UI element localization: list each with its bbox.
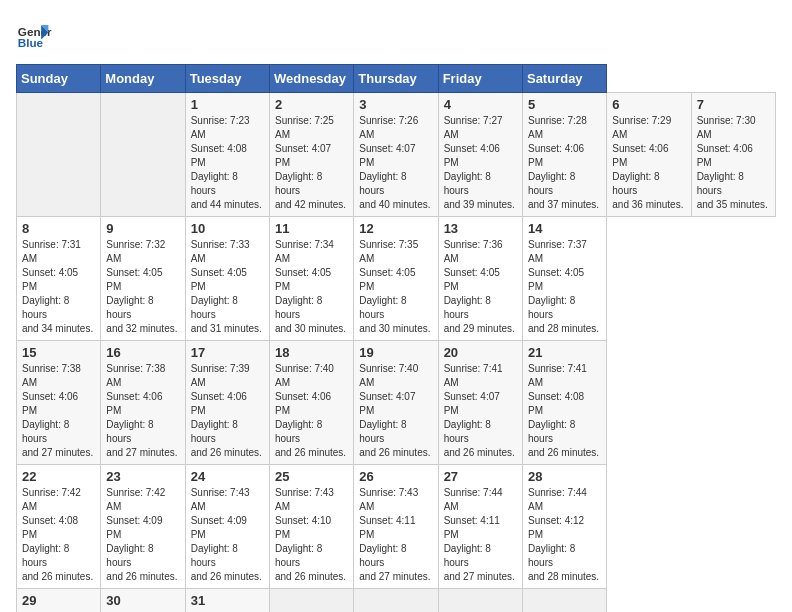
day-number: 5 bbox=[528, 97, 601, 112]
cell-info: Sunrise: 7:32 AMSunset: 4:05 PMDaylight:… bbox=[106, 238, 179, 336]
day-header-sunday: Sunday bbox=[17, 65, 101, 93]
day-number: 2 bbox=[275, 97, 348, 112]
page-header: General Blue bbox=[16, 16, 776, 52]
day-header-thursday: Thursday bbox=[354, 65, 438, 93]
day-number: 14 bbox=[528, 221, 601, 236]
calendar-cell bbox=[17, 93, 101, 217]
calendar-cell bbox=[522, 589, 606, 613]
calendar-week-3: 15Sunrise: 7:38 AMSunset: 4:06 PMDayligh… bbox=[17, 341, 776, 465]
calendar-cell: 5Sunrise: 7:28 AMSunset: 4:06 PMDaylight… bbox=[522, 93, 606, 217]
cell-info: Sunrise: 7:28 AMSunset: 4:06 PMDaylight:… bbox=[528, 114, 601, 212]
calendar-cell: 12Sunrise: 7:35 AMSunset: 4:05 PMDayligh… bbox=[354, 217, 438, 341]
day-number: 16 bbox=[106, 345, 179, 360]
cell-info: Sunrise: 7:36 AMSunset: 4:05 PMDaylight:… bbox=[444, 238, 517, 336]
svg-text:Blue: Blue bbox=[18, 36, 44, 49]
calendar-cell: 30Sunrise: 7:44 AMSunset: 4:14 PMDayligh… bbox=[101, 589, 185, 613]
calendar-cell: 25Sunrise: 7:43 AMSunset: 4:10 PMDayligh… bbox=[269, 465, 353, 589]
day-number: 11 bbox=[275, 221, 348, 236]
calendar-table: SundayMondayTuesdayWednesdayThursdayFrid… bbox=[16, 64, 776, 612]
calendar-week-2: 8Sunrise: 7:31 AMSunset: 4:05 PMDaylight… bbox=[17, 217, 776, 341]
cell-info: Sunrise: 7:44 AMSunset: 4:11 PMDaylight:… bbox=[444, 486, 517, 584]
cell-info: Sunrise: 7:40 AMSunset: 4:07 PMDaylight:… bbox=[359, 362, 432, 460]
calendar-cell: 9Sunrise: 7:32 AMSunset: 4:05 PMDaylight… bbox=[101, 217, 185, 341]
cell-info: Sunrise: 7:41 AMSunset: 4:08 PMDaylight:… bbox=[528, 362, 601, 460]
day-number: 18 bbox=[275, 345, 348, 360]
day-number: 12 bbox=[359, 221, 432, 236]
day-number: 15 bbox=[22, 345, 95, 360]
day-number: 7 bbox=[697, 97, 770, 112]
cell-info: Sunrise: 7:41 AMSunset: 4:07 PMDaylight:… bbox=[444, 362, 517, 460]
day-header-monday: Monday bbox=[101, 65, 185, 93]
calendar-cell: 10Sunrise: 7:33 AMSunset: 4:05 PMDayligh… bbox=[185, 217, 269, 341]
day-number: 24 bbox=[191, 469, 264, 484]
calendar-week-4: 22Sunrise: 7:42 AMSunset: 4:08 PMDayligh… bbox=[17, 465, 776, 589]
day-number: 25 bbox=[275, 469, 348, 484]
day-header-friday: Friday bbox=[438, 65, 522, 93]
calendar-cell: 22Sunrise: 7:42 AMSunset: 4:08 PMDayligh… bbox=[17, 465, 101, 589]
cell-info: Sunrise: 7:33 AMSunset: 4:05 PMDaylight:… bbox=[191, 238, 264, 336]
day-number: 27 bbox=[444, 469, 517, 484]
logo: General Blue bbox=[16, 16, 52, 52]
day-number: 1 bbox=[191, 97, 264, 112]
cell-info: Sunrise: 7:23 AMSunset: 4:08 PMDaylight:… bbox=[191, 114, 264, 212]
calendar-cell: 18Sunrise: 7:40 AMSunset: 4:06 PMDayligh… bbox=[269, 341, 353, 465]
cell-info: Sunrise: 7:43 AMSunset: 4:09 PMDaylight:… bbox=[191, 486, 264, 584]
day-number: 13 bbox=[444, 221, 517, 236]
cell-info: Sunrise: 7:44 AMSunset: 4:12 PMDaylight:… bbox=[528, 486, 601, 584]
calendar-cell: 21Sunrise: 7:41 AMSunset: 4:08 PMDayligh… bbox=[522, 341, 606, 465]
calendar-cell: 8Sunrise: 7:31 AMSunset: 4:05 PMDaylight… bbox=[17, 217, 101, 341]
calendar-cell: 13Sunrise: 7:36 AMSunset: 4:05 PMDayligh… bbox=[438, 217, 522, 341]
cell-info: Sunrise: 7:25 AMSunset: 4:07 PMDaylight:… bbox=[275, 114, 348, 212]
cell-info: Sunrise: 7:42 AMSunset: 4:09 PMDaylight:… bbox=[106, 486, 179, 584]
day-header-saturday: Saturday bbox=[522, 65, 606, 93]
calendar-cell: 1Sunrise: 7:23 AMSunset: 4:08 PMDaylight… bbox=[185, 93, 269, 217]
calendar-cell bbox=[101, 93, 185, 217]
calendar-cell bbox=[269, 589, 353, 613]
cell-info: Sunrise: 7:35 AMSunset: 4:05 PMDaylight:… bbox=[359, 238, 432, 336]
calendar-cell: 4Sunrise: 7:27 AMSunset: 4:06 PMDaylight… bbox=[438, 93, 522, 217]
calendar-cell: 6Sunrise: 7:29 AMSunset: 4:06 PMDaylight… bbox=[607, 93, 691, 217]
calendar-cell: 29Sunrise: 7:44 AMSunset: 4:13 PMDayligh… bbox=[17, 589, 101, 613]
day-number: 19 bbox=[359, 345, 432, 360]
day-number: 8 bbox=[22, 221, 95, 236]
day-number: 31 bbox=[191, 593, 264, 608]
cell-info: Sunrise: 7:42 AMSunset: 4:08 PMDaylight:… bbox=[22, 486, 95, 584]
calendar-cell: 17Sunrise: 7:39 AMSunset: 4:06 PMDayligh… bbox=[185, 341, 269, 465]
day-number: 22 bbox=[22, 469, 95, 484]
cell-info: Sunrise: 7:30 AMSunset: 4:06 PMDaylight:… bbox=[697, 114, 770, 212]
cell-info: Sunrise: 7:40 AMSunset: 4:06 PMDaylight:… bbox=[275, 362, 348, 460]
day-number: 6 bbox=[612, 97, 685, 112]
day-number: 23 bbox=[106, 469, 179, 484]
calendar-week-1: 1Sunrise: 7:23 AMSunset: 4:08 PMDaylight… bbox=[17, 93, 776, 217]
day-number: 30 bbox=[106, 593, 179, 608]
cell-info: Sunrise: 7:38 AMSunset: 4:06 PMDaylight:… bbox=[22, 362, 95, 460]
calendar-cell: 14Sunrise: 7:37 AMSunset: 4:05 PMDayligh… bbox=[522, 217, 606, 341]
cell-info: Sunrise: 7:27 AMSunset: 4:06 PMDaylight:… bbox=[444, 114, 517, 212]
calendar-cell: 11Sunrise: 7:34 AMSunset: 4:05 PMDayligh… bbox=[269, 217, 353, 341]
day-number: 9 bbox=[106, 221, 179, 236]
cell-info: Sunrise: 7:26 AMSunset: 4:07 PMDaylight:… bbox=[359, 114, 432, 212]
cell-info: Sunrise: 7:31 AMSunset: 4:05 PMDaylight:… bbox=[22, 238, 95, 336]
calendar-cell: 24Sunrise: 7:43 AMSunset: 4:09 PMDayligh… bbox=[185, 465, 269, 589]
cell-info: Sunrise: 7:29 AMSunset: 4:06 PMDaylight:… bbox=[612, 114, 685, 212]
calendar-cell: 28Sunrise: 7:44 AMSunset: 4:12 PMDayligh… bbox=[522, 465, 606, 589]
calendar-cell: 2Sunrise: 7:25 AMSunset: 4:07 PMDaylight… bbox=[269, 93, 353, 217]
calendar-header-row: SundayMondayTuesdayWednesdayThursdayFrid… bbox=[17, 65, 776, 93]
cell-info: Sunrise: 7:43 AMSunset: 4:10 PMDaylight:… bbox=[275, 486, 348, 584]
cell-info: Sunrise: 7:39 AMSunset: 4:06 PMDaylight:… bbox=[191, 362, 264, 460]
cell-info: Sunrise: 7:37 AMSunset: 4:05 PMDaylight:… bbox=[528, 238, 601, 336]
calendar-cell: 7Sunrise: 7:30 AMSunset: 4:06 PMDaylight… bbox=[691, 93, 775, 217]
calendar-cell: 20Sunrise: 7:41 AMSunset: 4:07 PMDayligh… bbox=[438, 341, 522, 465]
calendar-body: 1Sunrise: 7:23 AMSunset: 4:08 PMDaylight… bbox=[17, 93, 776, 613]
cell-info: Sunrise: 7:43 AMSunset: 4:11 PMDaylight:… bbox=[359, 486, 432, 584]
day-header-wednesday: Wednesday bbox=[269, 65, 353, 93]
calendar-week-5: 29Sunrise: 7:44 AMSunset: 4:13 PMDayligh… bbox=[17, 589, 776, 613]
cell-info: Sunrise: 7:38 AMSunset: 4:06 PMDaylight:… bbox=[106, 362, 179, 460]
day-number: 4 bbox=[444, 97, 517, 112]
calendar-cell: 31Sunrise: 7:44 AMSunset: 4:15 PMDayligh… bbox=[185, 589, 269, 613]
calendar-cell: 3Sunrise: 7:26 AMSunset: 4:07 PMDaylight… bbox=[354, 93, 438, 217]
day-number: 17 bbox=[191, 345, 264, 360]
day-number: 29 bbox=[22, 593, 95, 608]
calendar-cell: 16Sunrise: 7:38 AMSunset: 4:06 PMDayligh… bbox=[101, 341, 185, 465]
cell-info: Sunrise: 7:34 AMSunset: 4:05 PMDaylight:… bbox=[275, 238, 348, 336]
